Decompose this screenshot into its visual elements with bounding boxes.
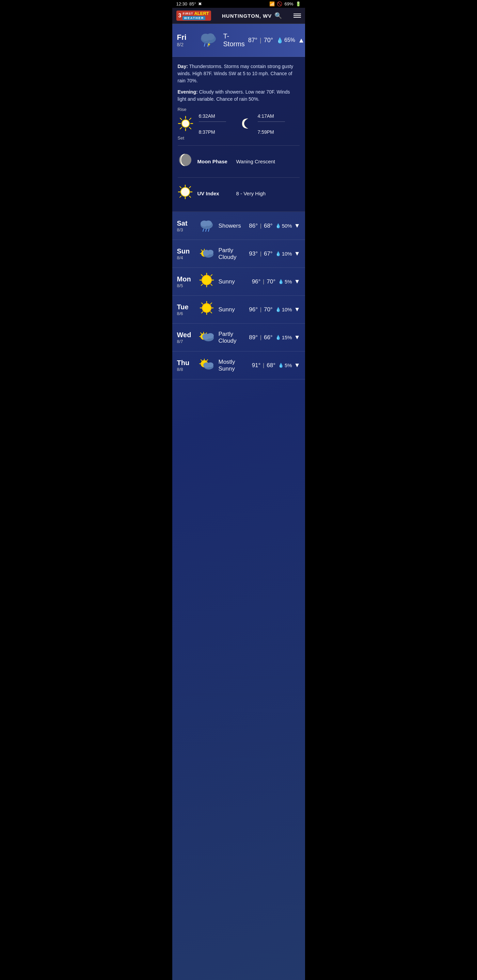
mon-precip: 💧 5%: [278, 279, 292, 285]
battery-percent: 69%: [284, 2, 293, 6]
mon-day-date: 8/5: [177, 283, 195, 288]
sun-chevron[interactable]: ▼: [294, 250, 300, 257]
svg-line-24: [180, 196, 181, 197]
uv-value: 8 - Very High: [236, 191, 266, 196]
mon-low: 70°: [266, 278, 276, 285]
wed-chevron[interactable]: ▼: [294, 334, 300, 341]
sat-precip: 💧 50%: [276, 223, 292, 229]
precip-drop-icon: 💧: [276, 37, 283, 43]
forecast-row-mon[interactable]: Mon 8/5 Sunny 96° | 70° 💧 5%: [172, 268, 305, 296]
svg-point-47: [202, 304, 211, 312]
app-logo: 3 FIRST ALERT WEATHER: [176, 11, 211, 21]
header-location: HUNTINGTON, WV 🔍: [222, 12, 282, 19]
svg-point-37: [207, 250, 214, 255]
svg-point-2: [206, 33, 214, 40]
tue-condition: Sunny: [219, 306, 247, 313]
status-temp: 85°: [189, 2, 196, 6]
rise-set-section: Rise: [178, 107, 300, 140]
svg-point-38: [202, 275, 211, 285]
svg-line-3: [204, 43, 205, 46]
forecast-row-wed[interactable]: Wed 8/7 Partly Cloudy 89° | 66°: [172, 324, 305, 352]
tue-day-date: 8/6: [177, 311, 195, 316]
tue-day-col: Tue 8/6: [177, 303, 195, 316]
today-header[interactable]: Fri 8/2 T-Storms 87° | 70° 💧: [172, 24, 305, 57]
evening-description: Evening: Cloudy with showers. Low near 7…: [178, 89, 300, 103]
svg-line-54: [211, 303, 212, 304]
mon-precip-chance: 5%: [285, 279, 292, 285]
sat-day-col: Sat 8/3: [177, 220, 195, 232]
svg-line-46: [201, 284, 203, 285]
svg-point-6: [182, 120, 189, 127]
status-right: 📶 🚫 69% 🔋: [269, 2, 301, 6]
svg-line-59: [201, 333, 201, 334]
today-precip-chance: 65%: [284, 37, 295, 43]
uv-row: UV Index 8 - Very High: [178, 181, 300, 206]
sat-condition: Showers: [219, 223, 247, 229]
moon-times: 4:17AM 7:59PM: [258, 113, 285, 135]
sun-set-time: 8:37PM: [199, 129, 226, 135]
today-chevron-up[interactable]: ▲: [298, 37, 305, 44]
svg-point-71: [207, 363, 214, 367]
uv-label: UV Index: [198, 191, 231, 196]
thu-weather-icon: [198, 356, 215, 374]
logo-alert: ALERT: [194, 11, 209, 16]
status-left: 12:30 85° ✖: [176, 2, 202, 6]
svg-line-44: [211, 284, 212, 285]
svg-line-11: [180, 118, 182, 120]
block-icon: 🚫: [277, 2, 282, 6]
menu-icon[interactable]: [294, 14, 301, 18]
today-low: 70°: [264, 37, 273, 43]
mon-chevron[interactable]: ▼: [294, 278, 300, 285]
day-description: Day: Thunderstorms. Storms may contain s…: [178, 63, 300, 84]
moon-set-time: 7:59PM: [258, 129, 285, 135]
app-header: 3 FIRST ALERT WEATHER HUNTINGTON, WV 🔍: [172, 8, 305, 24]
thu-precip-chance: 5%: [285, 363, 292, 368]
logo-first: FIRST: [182, 12, 193, 15]
thu-precip-icon: 💧: [278, 363, 284, 368]
logo-weather: WEATHER: [182, 16, 205, 20]
svg-point-63: [207, 333, 214, 339]
svg-line-67: [201, 360, 202, 361]
tue-chevron[interactable]: ▼: [294, 306, 300, 313]
logo-number: 3: [179, 13, 182, 19]
main-content: Fri 8/2 T-Storms 87° | 70° 💧: [172, 24, 305, 980]
wed-condition: Partly Cloudy: [219, 331, 247, 344]
location-text: HUNTINGTON, WV: [222, 13, 272, 19]
battery-icon: 🔋: [295, 2, 301, 6]
sun-day-date: 8/4: [177, 255, 195, 260]
forecast-row-sun[interactable]: Sun 8/4 Partly Cloudy 93° | 67° 💧: [172, 240, 305, 268]
forecast-row-sat[interactable]: Sat 8/3 Showers 86° | 68° 💧 50% ▼: [172, 212, 305, 240]
today-day-date: 8/2: [177, 42, 193, 47]
sat-chevron[interactable]: ▼: [294, 222, 300, 229]
thu-chevron[interactable]: ▼: [294, 362, 300, 369]
status-time: 12:30: [176, 2, 188, 6]
sun-day-col: Sun 8/4: [177, 247, 195, 260]
mon-day-col: Mon 8/5: [177, 275, 195, 288]
wed-weather-icon: [198, 328, 215, 347]
mon-condition: Sunny: [219, 278, 249, 285]
sat-weather-icon: [198, 217, 215, 235]
wed-low: 66°: [264, 334, 273, 340]
moon-icon: [239, 116, 252, 132]
wed-day-col: Wed 8/7: [177, 331, 195, 344]
svg-line-28: [203, 229, 204, 231]
sat-day-name: Sat: [177, 220, 195, 227]
sat-precip-icon: 💧: [276, 223, 281, 228]
svg-line-34: [201, 250, 202, 251]
svg-line-13: [189, 118, 191, 120]
search-icon[interactable]: 🔍: [274, 12, 282, 19]
svg-line-55: [201, 312, 203, 313]
rs-header-row: Rise: [178, 107, 300, 112]
moon-phase-icon: [178, 153, 193, 170]
thu-high: 91°: [252, 362, 261, 369]
sun-times: 6:32AM 8:37PM: [199, 113, 226, 135]
wed-day-name: Wed: [177, 331, 195, 339]
sun-day-name: Sun: [177, 247, 195, 255]
svg-line-23: [189, 186, 191, 188]
forecast-row-thu[interactable]: Thu 8/8 Mostly Sunny 91° | 68° �: [172, 352, 305, 379]
svg-line-14: [180, 127, 182, 129]
thu-temps: 91° | 68°: [252, 362, 276, 369]
forecast-row-tue[interactable]: Tue 8/6 Sunny 96° | 70° 💧 10%: [172, 296, 305, 324]
moon-rise-time: 4:17AM: [258, 113, 285, 119]
moon-phase-row: Moon Phase Waning Crescent: [178, 149, 300, 174]
